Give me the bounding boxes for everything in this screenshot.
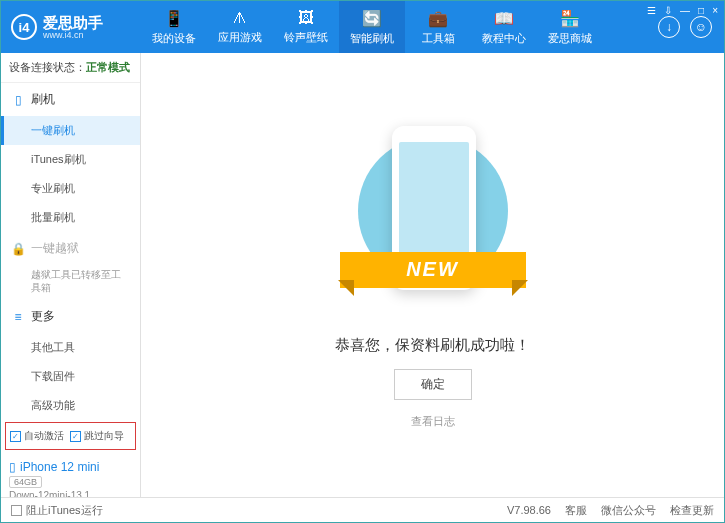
device-name: ▯iPhone 12 mini xyxy=(9,460,132,474)
section-more[interactable]: ≡更多 xyxy=(1,300,140,333)
app-name: 爱思助手 xyxy=(43,15,103,30)
logo-area: i4 爱思助手 www.i4.cn xyxy=(1,14,141,40)
lock-outline-icon: 🔒 xyxy=(11,242,25,256)
header-right-icons: ↓ ☺ xyxy=(646,16,724,38)
minimize-icon[interactable]: — xyxy=(680,5,690,16)
toolbox-icon: 💼 xyxy=(428,9,448,28)
menu-icon[interactable]: ☰ xyxy=(647,5,656,16)
nav-ringtones[interactable]: 🖼铃声壁纸 xyxy=(273,1,339,53)
more-icon: ≡ xyxy=(11,310,25,324)
lock-icon[interactable]: ⇩ xyxy=(664,5,672,16)
wechat-link[interactable]: 微信公众号 xyxy=(601,503,656,518)
content-area: 设备连接状态：正常模式 ▯刷机 一键刷机 iTunes刷机 专业刷机 批量刷机 … xyxy=(1,53,724,497)
checkbox-block-itunes[interactable]: 阻止iTunes运行 xyxy=(11,503,103,518)
main-nav: 📱我的设备 ⩚应用游戏 🖼铃声壁纸 🔄智能刷机 💼工具箱 📖教程中心 🏪爱思商城 xyxy=(141,1,646,53)
title-bar: i4 爱思助手 www.i4.cn 📱我的设备 ⩚应用游戏 🖼铃声壁纸 🔄智能刷… xyxy=(1,1,724,53)
version-label: V7.98.66 xyxy=(507,504,551,516)
close-icon[interactable]: × xyxy=(712,5,718,16)
device-model: Down-12mini-13,1 xyxy=(9,490,132,497)
nav-smart-flash[interactable]: 🔄智能刷机 xyxy=(339,1,405,53)
jailbreak-note: 越狱工具已转移至工具箱 xyxy=(1,265,140,300)
sidebar-item-oneclick-flash[interactable]: 一键刷机 xyxy=(1,116,140,145)
window-controls: ☰ ⇩ — □ × xyxy=(647,5,718,16)
phone-outline-icon: ▯ xyxy=(11,93,25,107)
wallpaper-icon: 🖼 xyxy=(298,9,314,27)
section-jailbreak: 🔒一键越狱 xyxy=(1,232,140,265)
sidebar-item-advanced[interactable]: 高级功能 xyxy=(1,391,140,420)
footer-right: V7.98.66 客服 微信公众号 检查更新 xyxy=(507,503,714,518)
device-storage: 64GB xyxy=(9,476,42,488)
phone-icon: 📱 xyxy=(164,9,184,28)
sidebar-item-pro-flash[interactable]: 专业刷机 xyxy=(1,174,140,203)
sidebar: 设备连接状态：正常模式 ▯刷机 一键刷机 iTunes刷机 专业刷机 批量刷机 … xyxy=(1,53,141,497)
check-update-link[interactable]: 检查更新 xyxy=(670,503,714,518)
nav-toolbox[interactable]: 💼工具箱 xyxy=(405,1,471,53)
nav-apps-games[interactable]: ⩚应用游戏 xyxy=(207,1,273,53)
user-icon[interactable]: ☺ xyxy=(690,16,712,38)
store-icon: 🏪 xyxy=(560,9,580,28)
book-icon: 📖 xyxy=(494,9,514,28)
success-message: 恭喜您，保资料刷机成功啦！ xyxy=(335,336,530,355)
main-panel: NEW 恭喜您，保资料刷机成功啦！ 确定 查看日志 xyxy=(141,53,724,497)
nav-store[interactable]: 🏪爱思商城 xyxy=(537,1,603,53)
download-icon[interactable]: ↓ xyxy=(658,16,680,38)
nav-my-device[interactable]: 📱我的设备 xyxy=(141,1,207,53)
sidebar-item-other-tools[interactable]: 其他工具 xyxy=(1,333,140,362)
ok-button[interactable]: 确定 xyxy=(394,369,472,400)
nav-tutorials[interactable]: 📖教程中心 xyxy=(471,1,537,53)
checkbox-skip-guide[interactable]: ✓跳过向导 xyxy=(70,429,124,443)
footer-left: 阻止iTunes运行 xyxy=(11,503,103,518)
device-status: 设备连接状态：正常模式 xyxy=(1,53,140,83)
view-log-link[interactable]: 查看日志 xyxy=(411,414,455,429)
sidebar-item-batch-flash[interactable]: 批量刷机 xyxy=(1,203,140,232)
app-url: www.i4.cn xyxy=(43,30,103,40)
apps-icon: ⩚ xyxy=(232,9,248,27)
section-flash[interactable]: ▯刷机 xyxy=(1,83,140,116)
device-info[interactable]: ▯iPhone 12 mini 64GB Down-12mini-13,1 xyxy=(1,456,140,497)
checkbox-auto-activate[interactable]: ✓自动激活 xyxy=(10,429,64,443)
new-banner: NEW xyxy=(340,252,526,288)
app-logo-icon: i4 xyxy=(11,14,37,40)
maximize-icon[interactable]: □ xyxy=(698,5,704,16)
footer-bar: 阻止iTunes运行 V7.98.66 客服 微信公众号 检查更新 xyxy=(1,497,724,522)
customer-service-link[interactable]: 客服 xyxy=(565,503,587,518)
device-icon: ▯ xyxy=(9,460,16,474)
success-illustration: NEW xyxy=(358,122,508,322)
options-highlighted: ✓自动激活 ✓跳过向导 xyxy=(5,422,136,450)
sidebar-item-itunes-flash[interactable]: iTunes刷机 xyxy=(1,145,140,174)
sidebar-item-download-fw[interactable]: 下载固件 xyxy=(1,362,140,391)
refresh-icon: 🔄 xyxy=(362,9,382,28)
